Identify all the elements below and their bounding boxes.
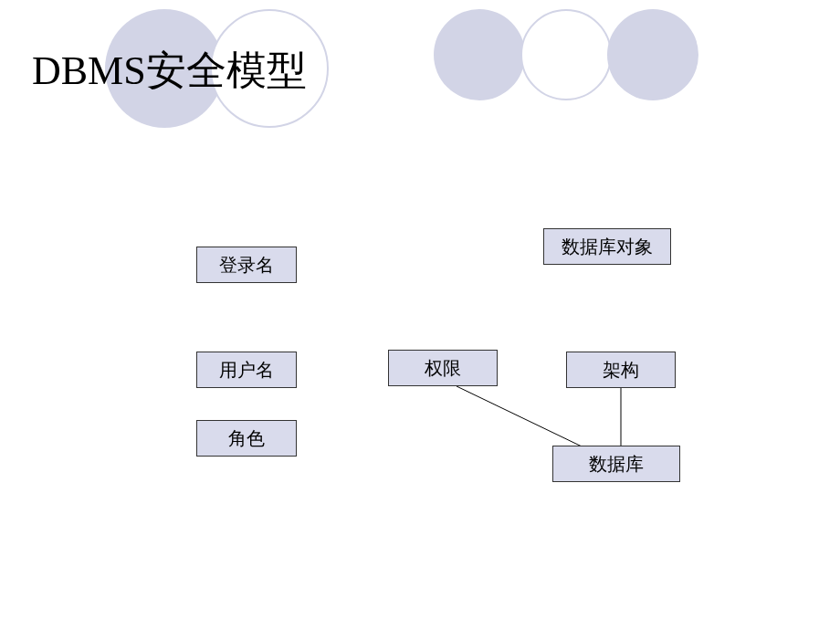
decorative-circle-4 — [520, 9, 612, 100]
box-login-name-label: 登录名 — [219, 253, 274, 278]
box-user-name-label: 用户名 — [219, 358, 274, 383]
box-permission-label: 权限 — [425, 356, 461, 381]
box-login-name: 登录名 — [196, 247, 297, 283]
decorative-circle-3 — [434, 9, 525, 100]
box-database-object-label: 数据库对象 — [562, 235, 653, 259]
box-permission: 权限 — [388, 350, 498, 386]
box-role: 角色 — [196, 420, 297, 457]
box-database-label: 数据库 — [589, 452, 644, 477]
box-user-name: 用户名 — [196, 352, 297, 388]
box-database-object: 数据库对象 — [543, 228, 671, 265]
slide-title: DBMS安全模型 — [32, 44, 307, 98]
box-role-label: 角色 — [228, 426, 265, 451]
box-database: 数据库 — [552, 446, 680, 482]
box-schema-label: 架构 — [603, 358, 639, 383]
box-schema: 架构 — [566, 352, 676, 388]
decorative-circle-5 — [607, 9, 698, 100]
